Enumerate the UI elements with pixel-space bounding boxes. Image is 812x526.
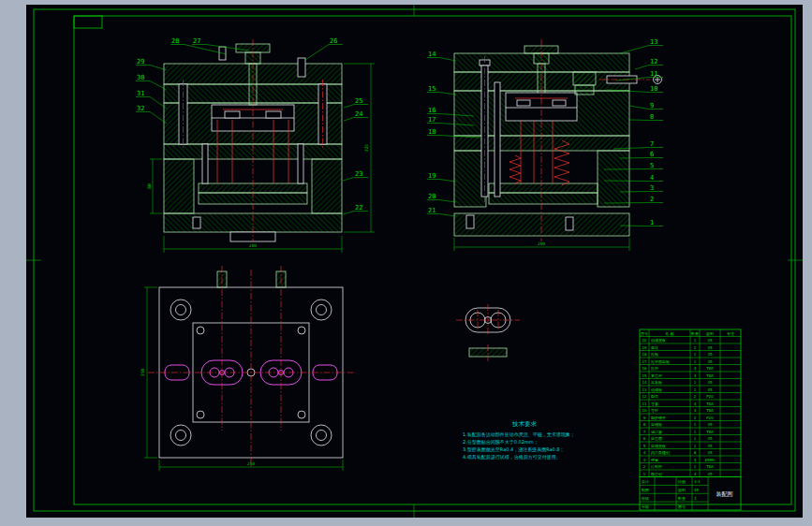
title-block-label: 图号 <box>678 504 686 509</box>
callout-number: 4 <box>650 174 654 182</box>
parts-table-cell: 4 <box>694 402 697 406</box>
title-block-label: 审核 <box>642 504 649 509</box>
callout-number: 21 <box>428 207 436 214</box>
parts-table-cell: 45 <box>707 359 713 364</box>
parts-table-cell: 型腔镶件 <box>651 416 666 420</box>
parts-table-cell: 45 <box>707 436 713 441</box>
callout-number: 29 <box>137 58 144 66</box>
parts-table-cell: 拉料杆 <box>650 464 662 469</box>
title-block-label: 校核 <box>641 496 649 501</box>
parts-table-cell: 45 <box>707 352 713 357</box>
parts-table-cell: 5 <box>643 444 646 448</box>
parts-table-cell: 1 <box>694 380 697 385</box>
parts-table-cell: T8A <box>705 430 714 434</box>
parts-table-cell: 2 <box>694 416 697 420</box>
callout-number: 26 <box>330 37 337 45</box>
parts-table-cell: P20 <box>706 394 714 399</box>
dim-left: 250 <box>140 369 145 376</box>
parts-table-cell: 4 <box>694 458 697 462</box>
callout-number: 3 <box>650 184 654 192</box>
return-pin-left <box>202 144 208 183</box>
cad-drawing: 200 225 80 28 27 26 29 30 31 32 25 24 23… <box>0 0 812 526</box>
bottom-screw <box>193 217 200 228</box>
return-pin <box>495 82 500 197</box>
parts-table-cell: 支承板 <box>651 380 662 385</box>
parts-table-cell: 定模座板 <box>651 444 666 448</box>
parts-table-cell: 4 <box>694 408 697 413</box>
parts-table-cell: 65Mn <box>704 458 716 462</box>
parts-table-cell: 1 <box>694 430 697 434</box>
stop-pin <box>566 217 573 230</box>
parts-table-cell: 18 <box>642 352 647 357</box>
parts-table-cell: 45 <box>707 450 713 455</box>
section-view-side: 200 14 15 16 17 18 19 20 21 13 12 11 10 … <box>427 38 663 251</box>
callout-number: 9 <box>650 102 654 110</box>
clamp-screw <box>298 58 305 77</box>
parts-table-cell: 45 <box>707 345 713 350</box>
note-line: 1.装配后各运动部件应动作灵活、平稳，无卡滞现象； <box>463 431 575 438</box>
parts-table-header: 数量 <box>691 331 699 336</box>
callout-number: 5 <box>650 162 654 169</box>
parts-table-cell: 1 <box>694 387 697 392</box>
parts-table-cell: 12 <box>642 394 647 399</box>
parts-table-cell: 14 <box>642 380 647 385</box>
title-block-label: 数量 <box>678 496 686 501</box>
dim-width: 200 <box>538 241 545 246</box>
cad-preview-window: 200 225 80 28 27 26 29 30 31 32 25 24 23… <box>0 0 812 526</box>
parts-table-header: 名 称 <box>665 331 673 336</box>
parts-table-cell: T8A <box>705 366 714 371</box>
callout-number: 16 <box>428 107 436 114</box>
parts-table-cell: 2 <box>694 394 697 399</box>
parts-table-cell: 动模座板 <box>651 338 666 343</box>
parts-table-cell: 型芯 <box>651 394 658 399</box>
spacer-block-right <box>598 151 629 207</box>
notes-title: 技术要求 <box>511 420 538 428</box>
parts-table-cell: 4 <box>694 373 697 378</box>
title-block-value: 45 <box>694 488 700 492</box>
parts-table-cell: 45 <box>707 380 713 385</box>
parts-table-cell: 10 <box>642 408 647 413</box>
callout-number: 15 <box>428 85 436 93</box>
callout-number: 17 <box>428 116 436 124</box>
note-line: 3.型腔表面抛光至Ra0.4，浇注系统表面Ra0.8； <box>463 446 565 453</box>
parts-table-cell: 浇口套 <box>651 430 662 434</box>
parts-table-cell: 1 <box>643 472 646 476</box>
callout-number: 31 <box>137 90 144 97</box>
parts-table-cell: 13 <box>642 387 647 392</box>
parts-table-cell: 1 <box>694 444 697 448</box>
canvas-background <box>26 5 803 518</box>
callout-number: 14 <box>428 51 436 58</box>
callout-number: 12 <box>650 58 657 66</box>
slider-block <box>573 72 596 85</box>
parts-table-cell: 1 <box>694 436 697 441</box>
ejector-base-plate <box>489 193 598 204</box>
dim-height: 225 <box>364 144 369 152</box>
spacer-block-left <box>164 159 194 213</box>
parts-table-cell: 16 <box>642 366 647 371</box>
parts-table-cell: 4 <box>643 450 646 455</box>
support-plate <box>454 136 629 151</box>
parts-table-cell: 45 <box>707 472 713 476</box>
parts-table-cell: 6 <box>643 436 646 441</box>
parts-table-cell: 动模板 <box>651 387 662 392</box>
parts-table-cell: 垫块 <box>651 345 658 350</box>
parts-table-cell: 限位钉 <box>651 472 663 476</box>
note-line: 2.分型面贴合间隙不大于0.02mm； <box>463 439 539 446</box>
parts-table-cell: 15 <box>642 373 647 378</box>
callout-number: 13 <box>650 38 657 46</box>
parts-table-cell: 45 <box>707 422 713 427</box>
callout-number: 10 <box>650 85 657 93</box>
parts-table-cell: 推板 <box>651 352 658 357</box>
parts-table-cell: 1 <box>694 352 697 357</box>
parts-table-cell: T8A <box>705 408 714 413</box>
ejector-retainer-plate <box>489 183 598 193</box>
callout-number: 22 <box>355 204 362 212</box>
parts-table-cell: 推杆固定板 <box>651 359 670 364</box>
wedge-block <box>575 85 594 95</box>
parts-table-cell: 定模板 <box>651 422 662 427</box>
bottom-screw <box>466 215 474 228</box>
bottom-clamp-plate <box>454 213 629 236</box>
cavity-right <box>266 111 281 118</box>
parts-table-cell: 1 <box>694 338 697 343</box>
parts-table-cell: 4 <box>694 472 697 476</box>
